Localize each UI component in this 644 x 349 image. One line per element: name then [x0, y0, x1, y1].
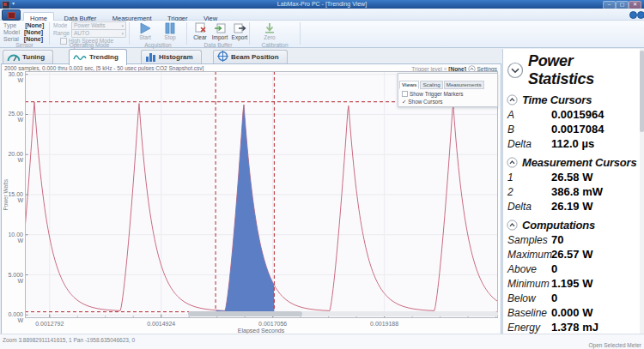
power-statistics-title: Power Statistics: [528, 52, 637, 88]
stat-row-computations-samples: Samples70: [507, 233, 637, 248]
x-tick-label: 0.0017056: [258, 321, 287, 327]
y-tick-label: 5.000 W: [2, 272, 23, 284]
tab-beam-position[interactable]: Beam Position: [213, 50, 288, 64]
popup-tab-measurements[interactable]: Measurements: [444, 81, 484, 89]
tab-trending[interactable]: Trending: [69, 49, 127, 65]
pause-icon: [164, 22, 176, 34]
range-dropdown[interactable]: AUTO ▾: [71, 29, 126, 38]
range-value: AUTO: [74, 30, 89, 36]
stat-label: Baseline: [507, 307, 547, 319]
stats-sections: Time CursorsA0.0015964B0.0017084Delta112…: [507, 93, 637, 334]
sensor-serial-label: Serial: [3, 36, 19, 42]
clear-button-label: Clear: [191, 34, 210, 40]
trending-chart-container: 2000 samples, 0.000 thru 0.003 sec, [5 k…: [1, 63, 501, 335]
stat-value: 0.0015964: [551, 108, 604, 121]
start-button[interactable]: Start: [135, 22, 155, 40]
option-show-trigger-markers[interactable]: Show Trigger Markers: [399, 90, 496, 98]
stat-label: Below: [507, 292, 536, 304]
stat-row-computations-above: Above0: [507, 262, 637, 277]
samples-info-text: 2000 samples, 0.000 thru 0.003 sec, [5 k…: [4, 65, 204, 71]
chevron-up-circle-icon[interactable]: [507, 157, 518, 168]
stat-label: 1: [507, 171, 513, 184]
stat-value: 1.195 W: [551, 277, 592, 290]
status-bar: Zoom 3.88982911141615, 1 Pan -1958.63504…: [0, 334, 644, 349]
section-header-computations[interactable]: Computations: [507, 219, 637, 232]
vertical-scrollbar[interactable]: [640, 49, 644, 334]
import-button-label: Import: [210, 34, 229, 40]
stats-section-time-cursors: Time CursorsA0.0015964B0.0017084Delta112…: [507, 93, 637, 152]
chevron-up-circle-icon[interactable]: [507, 94, 518, 105]
export-icon: [234, 22, 246, 34]
ribbon-group-sensor: Type [None] Model [None] Serial [None]: [3, 22, 44, 43]
sensor-type-value: [None]: [25, 22, 44, 28]
x-axis-title: Elapsed Seconds: [238, 328, 284, 334]
option-show-cursors[interactable]: ✓Show Cursors: [399, 98, 496, 105]
clear-button[interactable]: Clear: [191, 22, 210, 40]
stat-value: 26.58 W: [551, 171, 592, 184]
chevron-up-circle-icon[interactable]: [507, 220, 518, 231]
stat-row-measurement-cursors-delta: Delta26.19 W: [507, 200, 637, 214]
stat-value: 0.0017084: [551, 123, 604, 135]
x-tick-label: 0.0014924: [147, 321, 175, 327]
range-label: Range: [53, 30, 70, 36]
sensor-model-value: [None]: [24, 29, 43, 35]
application-menu-button[interactable]: [2, 9, 21, 21]
stat-value: 386.8 mW: [551, 185, 603, 198]
horizontal-scrollbar[interactable]: [188, 311, 498, 316]
stat-row-time-cursors-delta: Delta112.0 µs: [507, 137, 637, 152]
tab-tuning-label: Tuning: [22, 53, 45, 61]
export-button-label: Export: [230, 34, 249, 40]
trending-plot[interactable]: [25, 71, 498, 318]
ribbon-tab-strip: Home Data Buffer Measurement Trigger Vie…: [0, 9, 644, 21]
stat-label: Maximum: [507, 249, 552, 261]
group-caption-operating-mode: Operating Mode: [50, 42, 129, 48]
stat-label: Samples: [507, 234, 548, 246]
checkmark-icon: ✓: [402, 99, 406, 105]
export-button[interactable]: Export: [230, 22, 249, 40]
horizontal-scrollbar-thumb[interactable]: [188, 311, 302, 316]
start-button-label: Start: [135, 34, 155, 40]
y-tick-label: 25.00 W: [2, 111, 23, 123]
y-tick-label: 10.00 W: [2, 232, 23, 244]
stat-label: Delta: [507, 138, 532, 150]
tab-tuning[interactable]: Tuning: [3, 50, 53, 64]
stat-value: 0.000 W: [551, 306, 592, 319]
show-cursors-label: Show Cursors: [408, 99, 442, 105]
group-caption-data-buffer: Data Buffer: [187, 42, 249, 48]
stat-value: 1.378 mJ: [551, 321, 598, 334]
checkbox-unchecked-icon: [402, 91, 408, 97]
chevron-down-circle-icon[interactable]: [507, 62, 523, 79]
help-icon[interactable]: [629, 11, 637, 19]
popup-tab-scaling[interactable]: Scaling: [420, 81, 442, 89]
stop-button[interactable]: Stop: [160, 22, 180, 40]
group-caption-calibration: Calibration: [250, 42, 300, 48]
about-icon[interactable]: [637, 11, 644, 19]
sensor-serial-value: [None]: [24, 36, 43, 42]
group-caption-acquisition: Acquisition: [130, 42, 186, 48]
mode-label: Mode: [53, 22, 67, 28]
window-title: LabMax-Pro PC - [Trending View]: [0, 1, 644, 8]
chevron-down-icon: ▾: [121, 22, 124, 29]
section-header-time-cursors[interactable]: Time Cursors: [507, 93, 637, 106]
tab-histogram[interactable]: Histogram: [141, 50, 202, 64]
y-tick-label: 30.00 W: [2, 71, 23, 83]
zero-button[interactable]: Zero: [259, 22, 280, 40]
section-header-measurement-cursors[interactable]: Measurement Cursors: [507, 156, 637, 169]
play-icon: [138, 22, 152, 34]
popup-tab-views[interactable]: Views: [399, 81, 419, 89]
stat-row-computations-below: Below0: [507, 292, 637, 306]
stat-value: 70: [551, 233, 563, 246]
y-tick-label: 15.00 W: [2, 191, 23, 203]
x-tick-label: 0.0012792: [35, 321, 64, 327]
stat-value: 0: [551, 292, 557, 304]
vertical-scrollbar-thumb[interactable]: [640, 51, 644, 132]
section-title: Time Cursors: [522, 93, 592, 106]
group-caption-sensor: Sensor: [0, 42, 49, 48]
import-button[interactable]: Import: [210, 22, 229, 40]
plot-area[interactable]: [25, 71, 498, 318]
stat-value: 112.0 µs: [551, 137, 594, 150]
y-tick-label: 20.00 W: [2, 151, 23, 163]
power-statistics-panel: Power Statistics Time CursorsA0.0015964B…: [502, 49, 644, 334]
import-icon: [214, 22, 227, 34]
open-selected-meter-status: Open Selected Meter: [589, 342, 641, 348]
